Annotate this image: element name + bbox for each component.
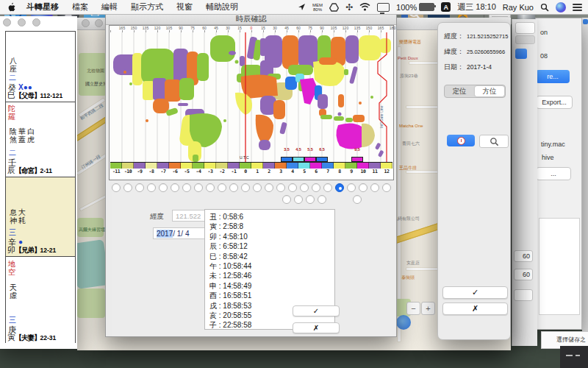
palace-cell[interactable]: 八座二癸X●●巳【父母】112-121 (6, 32, 75, 102)
timezone-radio-8[interactable] (335, 183, 344, 192)
current-location-button[interactable] (396, 315, 411, 330)
timezone-radio--8[interactable] (147, 183, 156, 192)
map-zoom-out-button[interactable]: − (406, 302, 420, 315)
menu-item-5[interactable]: 輔助說明 (199, 1, 245, 13)
timezone-radio--4[interactable] (194, 183, 203, 192)
hour-list-item[interactable]: 申 : 14:58:49 (209, 281, 334, 291)
timezone-number: 8 (334, 168, 345, 175)
hour-list-item[interactable]: 寅 : 2:58:8 (209, 222, 334, 231)
timezone-radio--7[interactable] (159, 183, 168, 192)
menu-item-3[interactable]: 顯示方式 (124, 1, 170, 13)
dialog-cancel-button[interactable]: ✗ (293, 322, 340, 333)
palace-cell[interactable]: 息神大耗三辛●卯【兄弟】12-21 (6, 177, 75, 257)
time-button[interactable] (447, 135, 475, 146)
timezone-radio--5[interactable] (182, 183, 191, 192)
timezone-radio-5.5[interactable] (306, 195, 315, 204)
date-year-selected[interactable]: 2017 (157, 230, 173, 238)
timezone-radio--11[interactable] (112, 183, 121, 192)
text-field[interactable] (514, 289, 533, 301)
hour-list-item[interactable]: 辰 : 6:58:12 (209, 241, 334, 251)
timezone-radio-9.5[interactable] (353, 195, 362, 204)
segment-定位[interactable]: 定位 (445, 85, 474, 97)
blue-button-partial[interactable] (515, 49, 527, 59)
longitude-tick-label: 120 (151, 26, 163, 30)
memory-indicator[interactable]: MEM 80% (312, 3, 323, 12)
map-road (398, 47, 401, 342)
timezone-radio-4.5[interactable] (294, 195, 303, 204)
wifi-icon[interactable] (359, 3, 370, 11)
timezone-radio-3.5[interactable] (282, 195, 291, 204)
menu-item-1[interactable]: 檔案 (65, 1, 95, 13)
zoom-window-icon[interactable] (32, 18, 40, 26)
panel-cancel-button[interactable]: ✗ (442, 302, 508, 315)
timezone-radio--10[interactable] (123, 183, 132, 192)
timezone-radio-7[interactable] (323, 183, 332, 192)
menu-item-0[interactable]: 斗轉星移 (21, 1, 65, 13)
timezone-radio-10[interactable] (359, 183, 368, 192)
dialog-titlebar[interactable]: 時辰確認 (106, 14, 396, 25)
timezone-radio-5[interactable] (300, 183, 309, 192)
search-icon[interactable] (540, 3, 549, 12)
timezone-radio-4[interactable] (288, 183, 297, 192)
timezone-radio--6[interactable] (171, 183, 179, 192)
timezone-radio-2[interactable] (265, 183, 273, 192)
apple-menu[interactable] (0, 2, 21, 12)
timezone-radio-9[interactable] (347, 183, 356, 192)
label-08: 08 (540, 52, 548, 60)
segment-方位[interactable]: 方位 (475, 86, 504, 96)
input-source-badge[interactable]: A (441, 2, 451, 12)
share-button-partial[interactable]: re... (536, 70, 570, 83)
timezone-radio--1[interactable] (229, 183, 238, 192)
timezone-radio-6.5[interactable] (318, 195, 326, 204)
timezone-radio-11[interactable] (370, 183, 379, 192)
minimize-icon[interactable] (18, 18, 26, 26)
text-field[interactable] (515, 22, 535, 34)
hour-list-item[interactable]: 巳 : 8:58:42 (209, 252, 334, 261)
value-field[interactable]: 60 (514, 269, 533, 280)
spinner-icon[interactable]: ✣ (345, 2, 353, 13)
close-icon[interactable] (82, 19, 90, 27)
timezone-radio--3[interactable] (206, 183, 215, 192)
notification-center-icon[interactable] (573, 4, 582, 11)
dialog-confirm-button[interactable]: ✓ (293, 305, 340, 316)
date-rest[interactable]: / 1/ 4 (173, 230, 189, 238)
timezone-radio-3[interactable] (276, 183, 285, 192)
palace-cell[interactable]: 地空天虛三庚寅【夫妻】22-31 (6, 257, 75, 344)
value-field[interactable]: 60 (514, 250, 533, 262)
timezone-radio-0[interactable] (241, 183, 250, 192)
airplay-display-icon[interactable] (377, 3, 390, 12)
battery-indicator[interactable]: 100% (396, 3, 434, 12)
menu-item-4[interactable]: 視窗 (170, 1, 199, 13)
hour-list-item[interactable]: 丑 : 0:58:6 (209, 212, 334, 222)
star-name: 陀羅 (7, 105, 16, 121)
timezone-radio-1[interactable] (253, 183, 262, 192)
map-road (406, 268, 439, 270)
date-field[interactable]: 2017/ 1/ 4 (153, 227, 210, 239)
map-zoom-in-button[interactable]: + (421, 302, 435, 315)
hour-list-item[interactable]: 卯 : 4:58:10 (209, 232, 334, 241)
close-icon[interactable] (3, 18, 11, 26)
text-field-disabled[interactable] (515, 35, 535, 44)
panel-confirm-button[interactable]: ✓ (442, 286, 508, 299)
longitude-tick-label: 150 (128, 26, 140, 30)
timezone-radio-6[interactable] (312, 183, 320, 192)
siri-icon[interactable] (556, 2, 566, 13)
minimize-icon[interactable] (95, 19, 103, 27)
search-button[interactable] (479, 135, 509, 148)
export-button[interactable]: Export... (536, 96, 573, 109)
hour-list-item[interactable]: 午 : 10:58:44 (209, 261, 334, 271)
hour-list-item[interactable]: 未 : 12:58:46 (209, 271, 334, 280)
user-menu[interactable]: Ray Kuo (503, 3, 534, 12)
timezone-numbers: -11-10-9-8-7-6-5-4-3-2-10123456789101112 (110, 168, 392, 175)
hour-list-item[interactable]: 酉 : 16:58:51 (209, 291, 334, 300)
timezone-number: 12 (381, 168, 392, 175)
menubar-clock[interactable]: 週三 18:10 (457, 1, 496, 13)
palace-cell[interactable]: 陀羅陰煞華蓋白虎二壬辰【命宮】2-11 (6, 102, 75, 177)
location-icon[interactable] (298, 3, 306, 11)
menu-item-2[interactable]: 編輯 (95, 1, 124, 13)
drive-icon[interactable] (329, 3, 339, 12)
timezone-radio--2[interactable] (218, 183, 226, 192)
timezone-radio-12[interactable] (382, 183, 391, 192)
more-button[interactable]: ... (536, 167, 571, 180)
timezone-radio--9[interactable] (135, 183, 144, 192)
